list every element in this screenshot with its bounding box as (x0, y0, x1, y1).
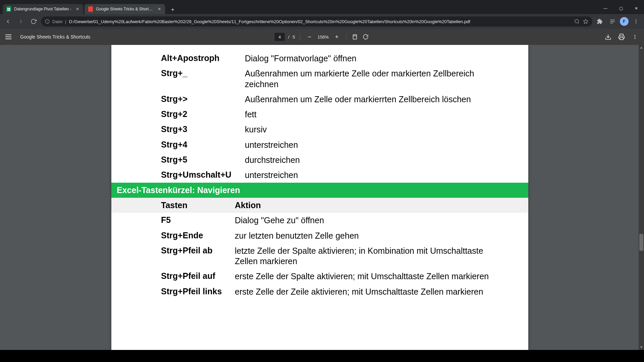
shortcut-description: fett (245, 109, 257, 120)
shortcut-description: unterstreichen (245, 170, 298, 180)
table-row: Strg+>Außenrahmen um Zelle oder markierr… (161, 92, 522, 107)
table-header-row: Tasten Aktion (111, 198, 528, 213)
shortcut-description: erste Zelle der Zeile aktivieren; mit Um… (235, 287, 483, 297)
shortcut-description: zur letzten benutzten Zelle gehen (235, 231, 359, 241)
table-row: Alt+ApostrophDialog "Formatvorlage" öffn… (161, 51, 522, 66)
sidebar-toggle-icon[interactable] (5, 35, 13, 39)
shortcut-key: Strg+_ (161, 68, 245, 78)
close-icon[interactable]: ✕ (75, 7, 80, 11)
column-header-action: Aktion (235, 200, 261, 210)
forward-button[interactable] (15, 16, 26, 27)
shortcut-description: durchstreichen (245, 155, 300, 165)
shortcut-description: Außenrahmen um markierte Zelle oder mark… (245, 68, 510, 89)
download-icon[interactable] (604, 33, 612, 41)
pdf-icon (88, 6, 93, 12)
table-row: Strg+3kursiv (161, 122, 522, 137)
divider (346, 34, 346, 40)
tab-strip: Datengrundlage Pivot Tabellen - ✕ Google… (0, 3, 644, 14)
shortcut-description: Außenrahmen um Zelle oder markierrten Ze… (245, 94, 471, 105)
url-scheme: Datei (52, 19, 62, 24)
shortcut-key: Strg+Umschalt+U (161, 170, 245, 180)
shortcut-description: unterstreichen (245, 140, 298, 150)
svg-point-23 (635, 38, 636, 39)
table-row: Strg+_Außenrahmen um markierte Zelle ode… (161, 66, 522, 92)
address-bar[interactable]: Datei | D:/Gewerbe/01_Udemy%20Laufwerk/F… (41, 16, 592, 26)
table-row: Strg+Pfeil linkserste Zelle der Zeile ak… (161, 284, 522, 299)
shortcut-key: Strg+4 (161, 140, 245, 149)
column-header-keys: Tasten (161, 200, 235, 210)
toolbar: Datei | D:/Gewerbe/01_Udemy%20Laufwerk/F… (0, 14, 644, 29)
shortcut-description: letzte Zelle der Spalte aktivieren; in K… (235, 246, 500, 267)
shortcut-key: Strg+Ende (161, 231, 235, 240)
shortcut-key: Strg+3 (161, 124, 245, 134)
table-row: Strg+Endezur letzten benutzten Zelle geh… (161, 228, 522, 243)
info-icon[interactable] (45, 19, 50, 24)
tab-active[interactable]: Google Sheets Tricks & Shortcuts ✕ (85, 4, 165, 14)
url-text: D:/Gewerbe/01_Udemy%20Laufwerk/Fabio%20B… (69, 19, 572, 24)
rotate-icon[interactable] (362, 33, 369, 41)
bookmark-icon[interactable] (583, 19, 588, 24)
svg-point-14 (636, 19, 637, 20)
shortcut-description: Dialog "Formatvorlage" öffnen (245, 53, 357, 64)
shortcut-description: erste Zelle der Spalte aktivieren; mit U… (235, 271, 489, 282)
page-total: 5 (293, 35, 295, 40)
svg-point-16 (636, 22, 637, 23)
table-row: Strg+5durchstreichen (161, 153, 522, 168)
pdf-page: Alt+ApostrophDialog "Formatvorlage" öffn… (111, 45, 528, 350)
table-row: Strg+Umschalt+Uunterstreichen (161, 168, 522, 183)
fit-page-icon[interactable] (351, 33, 359, 41)
table-row: F5Dialog "Gehe zu" öffnen (161, 213, 522, 228)
tab-inactive[interactable]: Datengrundlage Pivot Tabellen - ✕ (3, 4, 83, 14)
scroll-down-icon[interactable]: ▼ (639, 345, 644, 350)
section-header: Excel-Tastenkürzel: Navigieren (111, 183, 528, 198)
print-icon[interactable] (618, 33, 625, 41)
page-number-input[interactable] (275, 33, 285, 41)
bottom-bar (0, 350, 644, 362)
new-tab-button[interactable]: + (168, 5, 177, 14)
vertical-scrollbar[interactable]: ▲ ▼ (639, 45, 644, 350)
table-row: Strg+2fett (161, 107, 522, 122)
shortcut-key: Strg+Pfeil ab (161, 246, 235, 255)
shortcut-key: Strg+5 (161, 155, 245, 165)
back-button[interactable] (3, 16, 13, 27)
scroll-up-icon[interactable]: ▲ (639, 45, 644, 50)
reading-list-icon[interactable] (607, 16, 618, 27)
shortcut-key: F5 (161, 215, 235, 225)
svg-rect-4 (88, 6, 93, 12)
scrollbar-thumb[interactable] (639, 234, 643, 251)
close-window-button[interactable]: ✕ (629, 3, 644, 14)
browser-menu-icon[interactable] (631, 16, 641, 27)
more-menu-icon[interactable] (631, 33, 639, 41)
page-separator: / (288, 35, 289, 40)
shortcut-key: Alt+Apostroph (161, 53, 245, 63)
pdf-viewport: Alt+ApostrophDialog "Formatvorlage" öffn… (0, 45, 644, 350)
document-title: Google Sheets Tricks & Shortcuts (20, 34, 90, 40)
divider (300, 34, 300, 40)
shortcut-key: Strg+Pfeil links (161, 287, 235, 296)
svg-marker-10 (583, 19, 588, 23)
svg-rect-17 (353, 35, 357, 39)
reload-button[interactable] (28, 16, 39, 27)
zoom-in-button[interactable]: + (332, 32, 341, 42)
zoom-out-button[interactable]: − (305, 32, 314, 42)
tab-title: Datengrundlage Pivot Tabellen - (14, 7, 72, 11)
table-row: Strg+Pfeil abletzte Zelle der Spalte akt… (161, 243, 522, 269)
svg-point-15 (636, 21, 637, 22)
svg-line-9 (578, 22, 579, 23)
close-icon[interactable]: ✕ (157, 7, 162, 11)
zoom-level: 156% (318, 35, 329, 40)
shortcut-key: Strg+Pfeil auf (161, 271, 235, 281)
shortcut-key: Strg+2 (161, 109, 245, 119)
pdf-toolbar: Google Sheets Tricks & Shortcuts / 5 − 1… (0, 29, 644, 45)
profile-avatar[interactable]: F (620, 17, 629, 26)
zoom-indicator-icon[interactable] (574, 19, 580, 24)
table-row: Strg+Pfeil auferste Zelle der Spalte akt… (161, 269, 522, 284)
table-row: Strg+4unterstreichen (161, 137, 522, 153)
svg-point-22 (635, 37, 636, 38)
extensions-icon[interactable] (594, 16, 605, 27)
shortcut-description: kursiv (245, 124, 267, 135)
minimize-button[interactable]: — (598, 3, 613, 14)
svg-point-21 (635, 35, 636, 36)
shortcut-description: Dialog "Gehe zu" öffnen (235, 215, 324, 226)
maximize-button[interactable]: ▢ (613, 3, 629, 14)
